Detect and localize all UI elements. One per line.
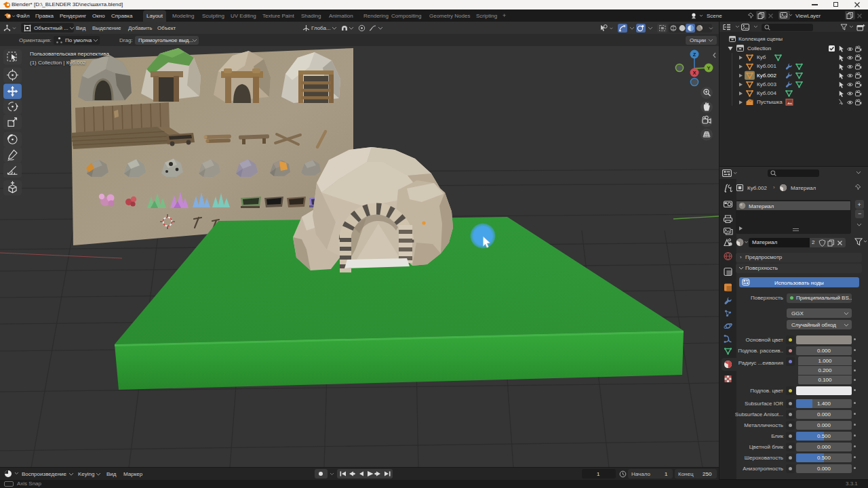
svg-text:Z: Z — [693, 52, 696, 58]
svg-text:X: X — [692, 70, 696, 76]
svg-text:Y: Y — [707, 65, 710, 71]
